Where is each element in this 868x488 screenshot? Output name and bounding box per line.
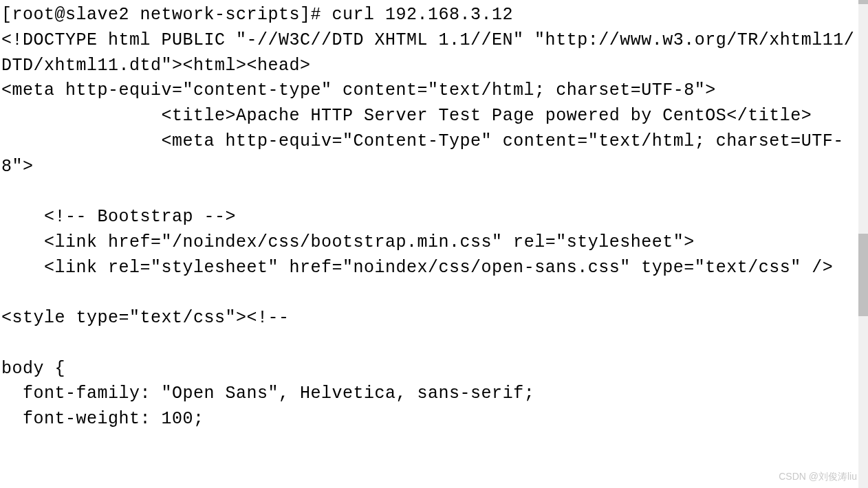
scrollbar-thumb[interactable] bbox=[858, 0, 868, 4]
scrollbar[interactable] bbox=[858, 0, 868, 488]
prompt-text: [root@slave2 network-scripts]# bbox=[1, 5, 332, 25]
output-line: <!-- Bootstrap --> bbox=[1, 207, 236, 227]
output-line: font-family: "Open Sans", Helvetica, san… bbox=[1, 384, 534, 403]
output-line: <style type="text/css"><!-- bbox=[1, 308, 290, 328]
terminal-output[interactable]: [root@slave2 network-scripts]# curl 192.… bbox=[0, 0, 858, 432]
output-line: <meta http-equiv="content-type" content=… bbox=[1, 80, 716, 100]
output-line: <link href="/noindex/css/bootstrap.min.c… bbox=[1, 232, 695, 252]
output-line: <!DOCTYPE html PUBLIC "-//W3C//DTD XHTML… bbox=[1, 30, 854, 76]
output-line: <meta http-equiv="Content-Type" content=… bbox=[1, 131, 844, 177]
scrollbar-thumb[interactable] bbox=[858, 234, 868, 316]
output-line: <title>Apache HTTP Server Test Page powe… bbox=[1, 106, 812, 126]
output-line: font-weight: 100; bbox=[1, 409, 204, 429]
command-text: curl 192.168.3.12 bbox=[332, 5, 514, 25]
output-line: <link rel="stylesheet" href="noindex/css… bbox=[1, 258, 833, 278]
output-line: body { bbox=[1, 359, 65, 379]
watermark-text: CSDN @刘俊涛liu bbox=[779, 469, 857, 484]
